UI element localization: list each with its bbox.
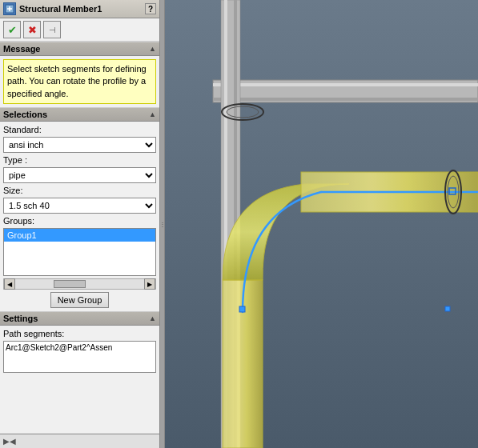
settings-area: Path segments: Arc1@Sketch2@Part2^Assen <box>0 326 159 376</box>
selections-area: Standard: ansi inch ansi metric iso Type… <box>0 122 159 311</box>
scroll-left[interactable]: ◀ <box>4 278 15 290</box>
other-button[interactable]: ⊣ <box>43 21 61 38</box>
scrollbar-track <box>15 279 144 289</box>
svg-rect-5 <box>213 83 478 86</box>
cancel-button[interactable]: ✖ <box>23 21 41 38</box>
size-select[interactable]: 1.5 sch 40 1 sch 40 2 sch 40 <box>3 198 156 214</box>
cad-viewport[interactable] <box>165 0 478 448</box>
title-bar: Structural Member1 ? <box>0 0 159 18</box>
canvas-area: ⋮ <box>160 0 478 448</box>
group-item[interactable]: Group1 <box>4 229 155 242</box>
groups-label: Groups: <box>3 216 156 226</box>
settings-section-header[interactable]: Settings ▲ <box>0 311 159 326</box>
toolbar-row: ✔ ✖ ⊣ <box>0 18 159 42</box>
type-select[interactable]: pipe tube beam <box>3 167 156 183</box>
svg-rect-17 <box>239 306 245 312</box>
path-segments-label: Path segments: <box>3 329 156 338</box>
ok-button[interactable]: ✔ <box>3 21 21 38</box>
path-segments-box: Arc1@Sketch2@Part2^Assen <box>3 341 156 373</box>
size-label: Size: <box>3 186 156 195</box>
message-collapse-icon: ▲ <box>149 45 156 53</box>
message-section-header[interactable]: Message ▲ <box>0 42 159 56</box>
selections-section-header[interactable]: Selections ▲ <box>0 107 159 122</box>
standard-label: Standard: <box>3 125 156 134</box>
svg-rect-6 <box>213 98 478 101</box>
svg-rect-3 <box>165 0 478 448</box>
expand-icon: ▶◀ <box>3 437 16 446</box>
panel-title: Structural Member1 <box>19 4 142 14</box>
groups-list[interactable]: Group1 <box>3 228 156 276</box>
message-section-title: Message <box>3 44 40 54</box>
scrollbar-thumb[interactable] <box>54 280 86 288</box>
svg-rect-18 <box>445 306 450 311</box>
help-button[interactable]: ? <box>145 3 156 14</box>
message-box: Select sketch segments for defining path… <box>3 59 156 104</box>
left-panel: Structural Member1 ? ✔ ✖ ⊣ Message ▲ Sel… <box>0 0 160 448</box>
type-label: Type : <box>3 155 156 165</box>
settings-section-title: Settings <box>3 314 38 323</box>
settings-collapse-icon: ▲ <box>149 314 156 322</box>
scroll-right[interactable]: ▶ <box>144 278 155 290</box>
selections-section-title: Selections <box>3 110 47 119</box>
scrollbar[interactable]: ◀ ▶ <box>3 278 156 290</box>
new-group-button[interactable]: New Group <box>50 292 110 308</box>
title-icon <box>3 2 16 15</box>
standard-select[interactable]: ansi inch ansi metric iso <box>3 137 156 153</box>
bottom-bar: ▶◀ <box>0 434 159 448</box>
selections-collapse-icon: ▲ <box>149 110 156 118</box>
